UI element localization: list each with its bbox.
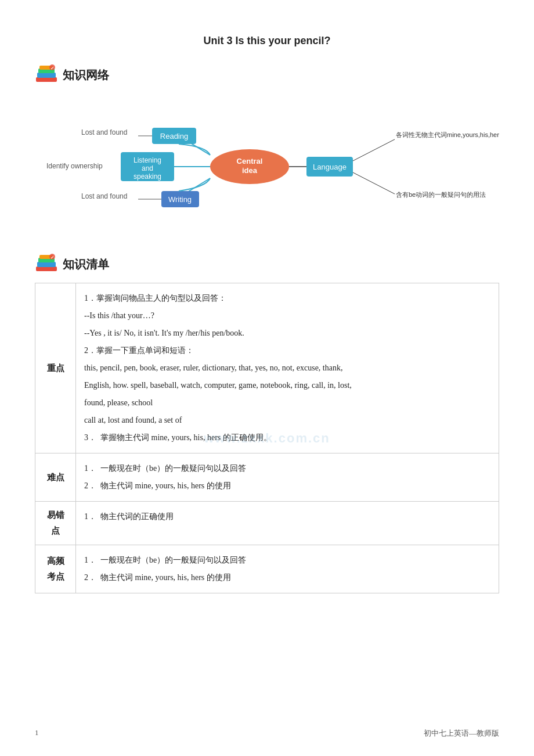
svg-rect-0 (36, 77, 57, 82)
svg-text:idea: idea (242, 166, 258, 175)
footer-text: 初中七上英语—教师版 (424, 728, 499, 739)
mind-map: Central idea Language 各词性无物主代词mine,yours… (35, 97, 499, 236)
knowledge-table: 重点 1．掌握询问物品主人的句型以及回答： --Is this /that yo… (35, 283, 499, 593)
svg-text:✓: ✓ (50, 255, 54, 260)
svg-line-12 (353, 139, 395, 161)
svg-text:含有be动词的一般疑问句的用法: 含有be动词的一般疑问句的用法 (396, 191, 486, 198)
page-footer: 1 初中七上英语—教师版 (0, 728, 534, 739)
label-gaopinkao: 高频考点 (35, 545, 76, 593)
svg-text:Language: Language (313, 163, 347, 171)
svg-text:Lost and found: Lost and found (81, 192, 127, 200)
svg-text:✓: ✓ (50, 66, 54, 71)
section2-title: 知识清单 (63, 257, 109, 272)
table-row: 重点 1．掌握询问物品主人的句型以及回答： --Is this /that yo… (35, 283, 499, 453)
page-title: Unit 3 Is this your pencil? (35, 35, 499, 47)
label-yicuodian: 易错点 (35, 502, 76, 545)
label-nandian: 难点 (35, 453, 76, 502)
section1-header: ✓ 知识网络 (35, 64, 499, 85)
svg-text:Listening: Listening (134, 156, 161, 164)
table-row: 难点 1． 一般现在时（be）的一般疑问句以及回答 2． 物主代词 mine, … (35, 453, 499, 502)
table-row: 易错点 1． 物主代词的正确使用 (35, 502, 499, 545)
svg-text:Central: Central (237, 157, 263, 165)
book-icon-2: ✓ (35, 254, 58, 275)
section1-title: 知识网络 (63, 67, 109, 83)
content-yicuodian: 1． 物主代词的正确使用 (76, 502, 499, 545)
knowledge-section: ✓ 知识清单 www.zxxk.com.cn 重点 1．掌握询问物品主人的句型以… (35, 254, 499, 593)
svg-text:Identify ownership: Identify ownership (46, 162, 103, 170)
label-zhongdian: 重点 (35, 283, 76, 453)
svg-text:speaking: speaking (134, 172, 161, 181)
footer-page: 1 (35, 728, 39, 739)
svg-line-14 (353, 172, 395, 194)
svg-text:and: and (142, 164, 153, 172)
svg-text:Reading: Reading (160, 132, 188, 141)
table-row: 高频考点 1． 一般现在时（be）的一般疑问句以及回答 2． 物主代词 mine… (35, 545, 499, 593)
svg-rect-34 (37, 262, 56, 267)
svg-rect-33 (36, 267, 57, 271)
svg-rect-1 (37, 73, 56, 78)
content-nandian: 1． 一般现在时（be）的一般疑问句以及回答 2． 物主代词 mine, you… (76, 453, 499, 502)
content-gaopinkao: 1． 一般现在时（be）的一般疑问句以及回答 2． 物主代词 mine, you… (76, 545, 499, 593)
content-zhongdian: 1．掌握询问物品主人的句型以及回答： --Is this /that your…… (76, 283, 499, 453)
section2-header: ✓ 知识清单 (35, 254, 499, 275)
svg-text:Writing: Writing (168, 195, 192, 204)
book-icon: ✓ (35, 64, 58, 85)
svg-text:Lost and found: Lost and found (81, 128, 127, 136)
svg-text:各词性无物主代词mine,yours,his,hers: 各词性无物主代词mine,yours,his,hers (396, 131, 499, 138)
